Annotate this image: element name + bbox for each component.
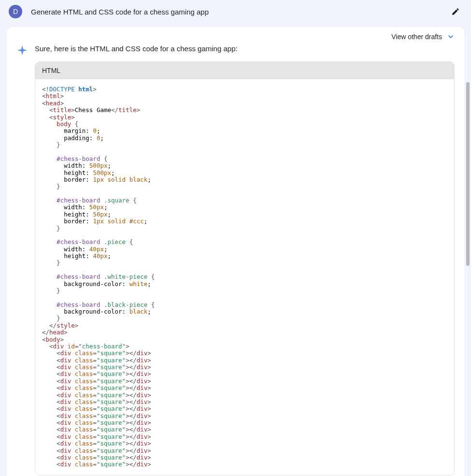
user-avatar: D bbox=[9, 5, 22, 18]
edit-prompt-button[interactable] bbox=[450, 6, 461, 17]
response-card: View other drafts bbox=[7, 27, 464, 476]
response-intro: Sure, here is the HTML and CSS code for … bbox=[35, 44, 455, 53]
pencil-icon bbox=[451, 7, 460, 16]
user-prompt-text: Generate HTML and CSS code for a chess g… bbox=[31, 8, 450, 16]
expand-drafts-button[interactable] bbox=[447, 33, 455, 41]
sparkle-icon bbox=[16, 44, 28, 56]
view-drafts-button[interactable]: View other drafts bbox=[391, 33, 442, 41]
user-prompt-row: D Generate HTML and CSS code for a chess… bbox=[0, 0, 471, 23]
code-content: <!DOCTYPE html> <html> <head> <title>Che… bbox=[35, 79, 454, 475]
chevron-down-icon bbox=[447, 33, 455, 41]
code-block: HTML <!DOCTYPE html> <html> <head> <titl… bbox=[35, 61, 455, 476]
scrollbar-thumb[interactable] bbox=[466, 82, 470, 266]
code-lang-label: HTML bbox=[35, 62, 454, 79]
